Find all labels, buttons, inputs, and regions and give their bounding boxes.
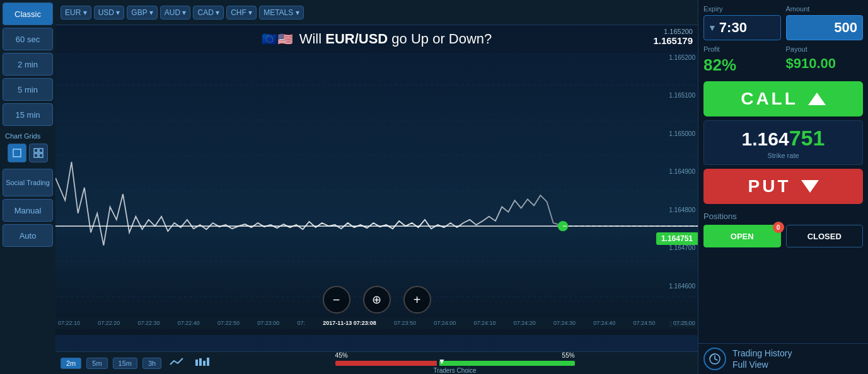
y-label-4: 1.164900 [656,168,695,175]
traders-right-pct: 55% [562,352,575,359]
ts-11: 07:24:20 [514,320,536,326]
ts-7: 07: [298,320,306,326]
closed-positions-button[interactable]: CLOSED [786,225,864,247]
usd-dropdown[interactable]: USD ▾ [94,6,125,20]
strike-price-label: 1.164751 [656,232,698,245]
svg-rect-16 [195,360,198,366]
gbp-dropdown[interactable]: GBP ▾ [127,6,157,20]
svg-rect-4 [39,154,43,157]
call-button[interactable]: CALL [703,81,863,116]
svg-rect-18 [203,361,205,366]
aud-dropdown[interactable]: AUD ▾ [160,6,191,20]
open-badge: 0 [773,222,784,233]
ts-3: 07:22:30 [138,320,160,326]
profit-label: Profit [703,45,781,53]
history-text: Trading History Full View [732,348,792,370]
ts-14: 07:24:50 [634,320,656,326]
zoom-target-button[interactable]: ⊕ [363,286,391,314]
price-display: 1.165200 1.165179 [653,28,693,46]
metals-dropdown[interactable]: METALS ▾ [259,6,303,20]
price-top: 1.165200 [653,28,693,35]
traders-bar-container: 45% ▼ 55% [335,361,575,366]
timeframe-3h[interactable]: 3h [142,358,161,369]
payout-label: Payout [786,45,864,53]
svg-rect-3 [34,154,38,157]
strike-rate-int: 1.164 [742,128,789,149]
grid-icons-row [8,144,48,162]
ts-4: 07:22:40 [178,320,200,326]
profit-payout-row: Profit 82% Payout $910.00 [698,43,868,77]
main-area: EUR ▾ USD ▾ GBP ▾ AUD ▾ CAD ▾ CHF ▾ META… [55,0,698,374]
auto-button[interactable]: Auto [3,224,53,247]
2min-button[interactable]: 2 min [3,53,53,76]
profit-column: Profit 82% [703,45,781,75]
bar-chart-button[interactable] [192,356,212,371]
svg-rect-1 [34,149,38,152]
zoom-in-button[interactable]: + [403,286,431,314]
strike-rate-value: 1.164751 [709,126,857,150]
put-triangle-icon [801,180,819,193]
timeframe-15m[interactable]: 15m [113,358,137,369]
call-label: CALL [741,89,798,109]
right-panel: Expiry ▼ 7:30 Amount 500 Profit 82% Payo… [698,0,868,374]
timeframe-2m[interactable]: 2m [61,358,81,369]
chart-area: 🇪🇺🇺🇸 Will EUR/USD go Up or Down? 1.16520… [55,25,698,351]
timeframe-5m[interactable]: 5m [86,358,107,369]
timestamp-bar: 07:22:10 07:22:20 07:22:30 07:22:40 07:2… [55,317,698,329]
grid-single-icon[interactable] [8,144,26,162]
expiry-input[interactable]: ▼ 7:30 [703,15,781,40]
y-label-3: 1.165000 [656,130,695,137]
5min-button[interactable]: 5 min [3,78,53,101]
cad-dropdown[interactable]: CAD ▾ [193,6,224,20]
ts-12: 07:24:30 [553,320,576,326]
profit-value: 82% [703,55,781,75]
ts-10: 07:24:10 [474,320,496,326]
line-chart-button[interactable] [166,356,187,371]
put-label: PUT [748,176,791,196]
grid-multi-icon[interactable] [29,144,48,162]
positions-row: OPEN 0 CLOSED [703,225,863,247]
ts-15: 07:25:00 [673,320,695,326]
60sec-button[interactable]: 60 sec [3,28,53,50]
call-triangle-icon [808,93,826,105]
ts-2: 07:22:20 [98,320,120,326]
y-axis-labels: 1.165200 1.165100 1.165000 1.164900 1.16… [654,53,698,329]
manual-button[interactable]: Manual [3,199,53,222]
history-subtitle: Full View [732,359,792,370]
svg-rect-2 [39,149,43,152]
strike-rate-dec: 751 [789,126,825,150]
15min-button[interactable]: 15 min [3,103,53,126]
ts-8: 07:23:50 [394,320,416,326]
currency-topbar: EUR ▾ USD ▾ GBP ▾ AUD ▾ CAD ▾ CHF ▾ META… [55,0,698,25]
svg-rect-0 [13,149,21,157]
positions-section: Positions OPEN 0 CLOSED [698,208,868,250]
strike-rate-box: 1.164751 Strike rate [703,120,863,165]
payout-value: $910.00 [786,55,864,72]
ts-5: 07:22:50 [217,320,240,326]
payout-column: Payout $910.00 [786,45,864,75]
positions-label: Positions [703,212,863,221]
timestamp-labels: 07:22:10 07:22:20 07:22:30 07:22:40 07:2… [58,320,695,326]
history-icon [703,348,726,370]
put-button[interactable]: PUT [703,169,863,204]
chf-dropdown[interactable]: CHF ▾ [226,6,257,20]
expiry-chevron-icon: ▼ [708,23,717,33]
traders-arrow-icon: ▼ [438,357,446,366]
amount-input[interactable]: 500 [786,15,864,40]
classic-button[interactable]: Classic [3,3,53,25]
expiry-amount-row: Expiry ▼ 7:30 Amount 500 [698,0,868,43]
expiry-value: 7:30 [719,20,747,36]
svg-rect-19 [207,358,209,366]
history-title: Trading History [732,348,792,359]
svg-rect-17 [199,358,202,366]
zoom-out-button[interactable]: − [323,286,350,314]
zoom-controls: − ⊕ + [323,286,431,314]
open-positions-button[interactable]: OPEN 0 [703,225,781,247]
chart-controls-bar: 2m 5m 15m 3h 45% ▼ 55% Traders Choice [55,351,698,374]
flag-icon: 🇪🇺🇺🇸 [262,31,293,47]
social-trading-button[interactable]: Social Trading [3,169,53,196]
trading-history[interactable]: Trading History Full View [698,343,868,374]
ts-6: 07:23:00 [257,320,279,326]
eur-dropdown[interactable]: EUR ▾ [61,6,91,20]
traders-bar-red [335,361,437,366]
